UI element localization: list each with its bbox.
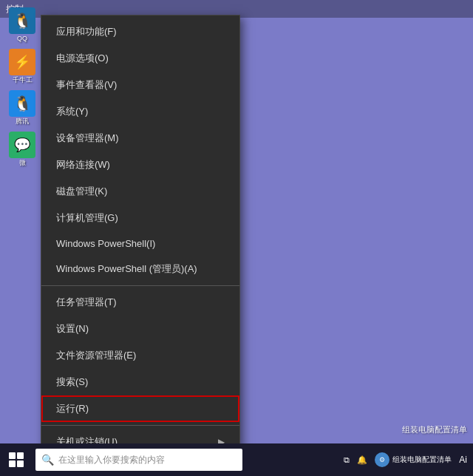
taskbar: 🔍 在这里输入你要搜索的内容 ⧉ 🔔 ⚙ 组装电脑配置清单 Ai: [0, 443, 473, 476]
desktop-icon-qianniu[interactable]: ⚡ 千牛工: [4, 49, 40, 84]
org-button[interactable]: ⚙ 组装电脑配置清单: [372, 452, 455, 467]
org-icon: ⚙: [375, 452, 389, 467]
desktop-icon-tencent[interactable]: 🐧 腾讯: [4, 90, 40, 126]
windows-logo-icon: [9, 452, 24, 467]
menu-item-powershell[interactable]: Windows PowerShell(I): [41, 231, 239, 256]
banner-text: 组装电脑配置清单: [402, 424, 467, 435]
desktop: 控制 🐧 QQ ⚡ 千牛工 🐧 腾讯 💬 微: [0, 0, 473, 476]
org-label: 组装电脑配置清单: [392, 455, 452, 465]
menu-item-run[interactable]: 运行(R): [41, 395, 239, 422]
menu-item-network-connections[interactable]: 网络连接(W): [41, 152, 239, 178]
menu-item-power-options[interactable]: 电源选项(O): [41, 45, 239, 72]
menu-item-system[interactable]: 系统(Y): [41, 98, 239, 125]
task-view-icon[interactable]: ⧉: [341, 454, 353, 466]
menu-divider: [41, 425, 239, 426]
context-menu: 应用和功能(F)电源选项(O)事件查看器(V)系统(Y)设备管理器(M)网络连接…: [41, 15, 240, 476]
desktop-icons-area: 🐧 QQ ⚡ 千牛工 🐧 腾讯 💬 微: [0, 0, 44, 429]
start-button[interactable]: [0, 443, 33, 476]
menu-item-task-manager[interactable]: 任务管理器(T): [41, 289, 239, 316]
menu-item-computer-management[interactable]: 计算机管理(G): [41, 205, 239, 231]
search-icon: 🔍: [41, 454, 54, 466]
system-tray: ⧉ 🔔 ⚙ 组装电脑配置清单 Ai: [341, 452, 473, 467]
ai-label[interactable]: Ai: [456, 455, 470, 465]
desktop-icon-wechat[interactable]: 💬 微: [4, 132, 40, 167]
menu-item-disk-management[interactable]: 磁盘管理(K): [41, 178, 239, 205]
menu-item-device-manager[interactable]: 设备管理器(M): [41, 125, 239, 152]
menu-item-powershell-admin[interactable]: Windows PowerShell (管理员)(A): [41, 256, 239, 282]
taskbar-search[interactable]: 🔍 在这里输入你要搜索的内容: [35, 449, 242, 471]
desktop-icon-qq[interactable]: 🐧 QQ: [4, 7, 40, 43]
menu-item-apps-features[interactable]: 应用和功能(F): [41, 18, 239, 45]
menu-item-event-viewer[interactable]: 事件查看器(V): [41, 72, 239, 98]
search-placeholder-text: 在这里输入你要搜索的内容: [58, 454, 165, 466]
notification-icon[interactable]: 🔔: [354, 454, 370, 466]
menu-item-file-explorer[interactable]: 文件资源管理器(E): [41, 342, 239, 369]
menu-divider: [41, 285, 239, 286]
menu-item-settings[interactable]: 设置(N): [41, 316, 239, 342]
menu-item-search[interactable]: 搜索(S): [41, 369, 239, 395]
